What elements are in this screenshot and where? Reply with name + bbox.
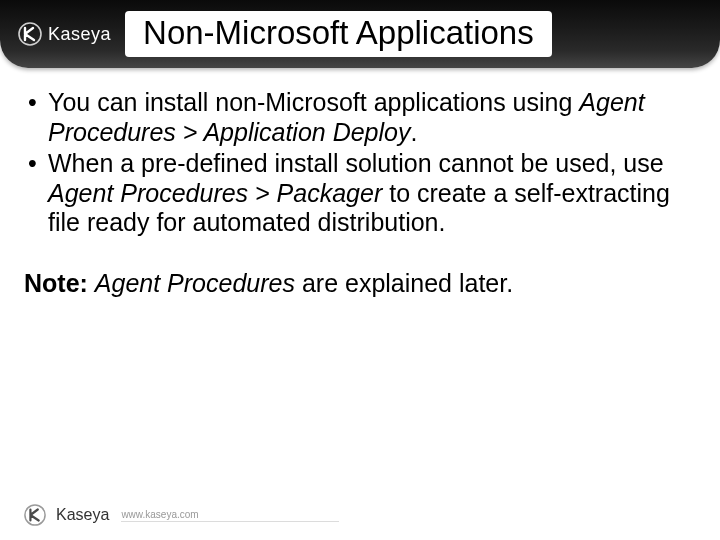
footer: Kaseya www.kaseya.com (24, 504, 339, 526)
note-em: Agent Procedures (95, 269, 295, 297)
slide-title: Non-Microsoft Applications (125, 11, 552, 57)
note-post: are explained later. (295, 269, 513, 297)
kaseya-icon (24, 504, 46, 526)
svg-point-1 (25, 505, 45, 525)
brand-logo-header: Kaseya (18, 22, 111, 46)
note-label: Note: (24, 269, 88, 297)
slide-content: You can install non-Microsoft applicatio… (0, 68, 720, 298)
bullet-text-em: Agent Procedures > Packager (48, 179, 382, 207)
bullet-text-pre: You can install non-Microsoft applicatio… (48, 88, 579, 116)
bullet-item: When a pre-defined install solution cann… (24, 149, 696, 238)
bullet-list: You can install non-Microsoft applicatio… (24, 88, 696, 238)
bullet-text-pre: When a pre-defined install solution cann… (48, 149, 664, 177)
svg-point-0 (19, 23, 41, 45)
note-block: Note: Agent Procedures are explained lat… (24, 268, 696, 298)
header-bar: Kaseya Non-Microsoft Applications (0, 0, 720, 68)
footer-url: www.kaseya.com (121, 509, 338, 522)
bullet-item: You can install non-Microsoft applicatio… (24, 88, 696, 147)
bullet-text-post: . (410, 118, 417, 146)
kaseya-icon (18, 22, 42, 46)
brand-name-header: Kaseya (48, 24, 111, 45)
brand-name-footer: Kaseya (56, 506, 109, 524)
